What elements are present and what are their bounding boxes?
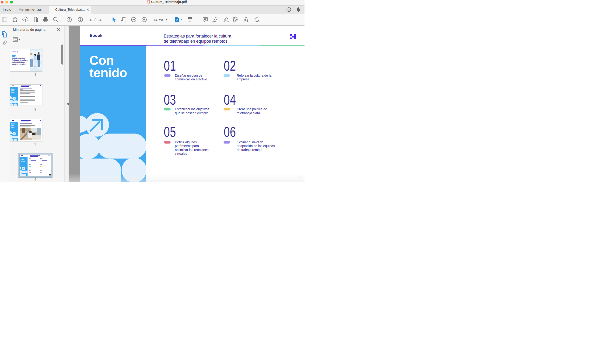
svg-text:PDF: PDF: [148, 2, 150, 3]
svg-text:?: ?: [288, 8, 290, 11]
